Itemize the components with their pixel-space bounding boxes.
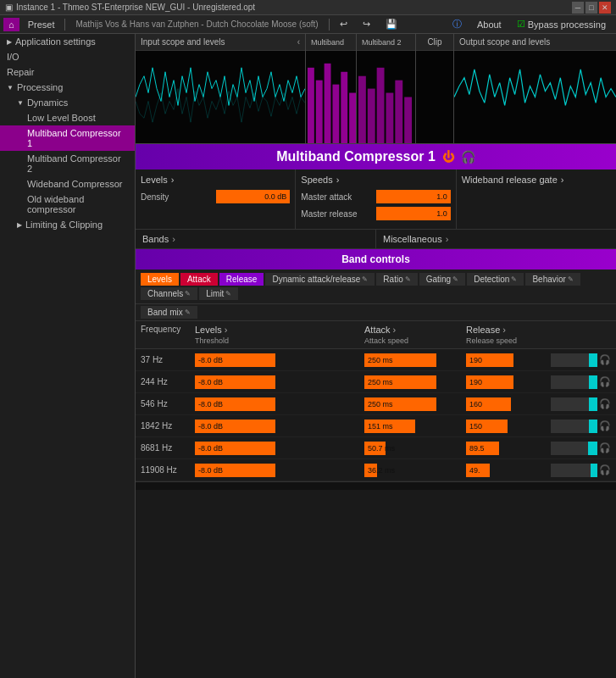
app-icon: ▣ — [5, 3, 13, 12]
release-button[interactable]: Release — [219, 273, 264, 286]
attack-bar[interactable]: 36.2 ms — [364, 464, 377, 477]
right-dark-bar — [551, 353, 597, 367]
close-button[interactable]: ✕ — [599, 2, 611, 14]
sidebar-item-io[interactable]: I/O — [0, 49, 135, 64]
edit-icon-ratio: ✎ — [405, 275, 411, 283]
speeds-arrow[interactable]: › — [336, 175, 340, 185]
edit-icon-bandmix: ✎ — [185, 308, 191, 316]
speeds-panel: Speeds › Master attack 1.0 Master releas… — [296, 170, 456, 229]
cyan-fill — [589, 353, 597, 367]
release-bar[interactable]: 160 — [466, 397, 511, 411]
headphone-icon[interactable]: 🎧 — [599, 420, 611, 431]
threshold-bar[interactable]: -8.0 dB — [195, 375, 275, 389]
master-release-bar[interactable]: 1.0 — [376, 207, 450, 220]
table-row[interactable]: 11908 Hz -8.0 dB 36.2 ms 49. 🎧 — [136, 459, 616, 481]
content-area: Input scope and levels ‹ Multiband — [136, 34, 616, 678]
sidebar-item-limiting[interactable]: ▶ Limiting & Clipping — [0, 217, 135, 232]
attack-button[interactable]: Attack — [180, 273, 218, 286]
misc-panel[interactable]: Miscellaneous › — [376, 230, 616, 248]
sidebar-item-wideband-comp[interactable]: Wideband Compressor — [0, 176, 135, 192]
bypass-button[interactable]: ☑ Bypass processing — [510, 17, 613, 31]
right-bars: 🎧 — [551, 353, 611, 367]
release-bar[interactable]: 150 — [466, 420, 508, 433]
headphones-icon[interactable]: 🎧 — [461, 150, 475, 164]
save-button[interactable]: 💾 — [379, 17, 404, 31]
undo-button[interactable]: ↩ — [333, 17, 354, 31]
attack-bar[interactable]: 250 ms — [364, 375, 436, 389]
headphone-icon[interactable]: 🎧 — [599, 354, 611, 365]
threshold-bar[interactable]: -8.0 dB — [195, 420, 275, 433]
save-icon: 💾 — [386, 19, 397, 30]
home-icon: ⌂ — [8, 19, 14, 30]
dynamic-button[interactable]: Dynamic attack/release ✎ — [265, 273, 375, 286]
density-bar[interactable]: 0.0 dB — [216, 190, 290, 203]
levels-button[interactable]: Levels — [141, 273, 179, 286]
home-button[interactable]: ⌂ — [3, 18, 19, 31]
sidebar-item-low-level-boost[interactable]: Low Level Boost — [0, 110, 135, 125]
scrollbar[interactable] — [136, 481, 616, 490]
headphone-icon[interactable]: 🎧 — [599, 398, 611, 409]
attack-col-subheader: Attack speed — [364, 336, 463, 345]
limit-button[interactable]: Limit ✎ — [199, 287, 238, 300]
multiband-scope: Multiband — [305, 34, 356, 143]
release-bar[interactable]: 190 — [466, 375, 513, 389]
plugin-header: Multiband Compressor 1 ⏻ 🎧 — [136, 144, 616, 170]
release-bar[interactable]: 190 — [466, 353, 513, 367]
band-mix-button[interactable]: Band mix ✎ — [141, 306, 197, 319]
sidebar-item-repair[interactable]: Repair — [0, 64, 135, 80]
release-bar[interactable]: 49. — [466, 464, 490, 477]
bypass-checkbox-icon: ☑ — [517, 19, 525, 30]
wideband-arrow[interactable]: › — [561, 175, 564, 185]
channels-button[interactable]: Channels ✎ — [141, 287, 197, 300]
detection-button[interactable]: Detection ✎ — [467, 273, 524, 286]
attack-bar[interactable]: 250 ms — [364, 397, 436, 411]
edit-icon-limit: ✎ — [225, 290, 231, 297]
minimize-button[interactable]: ─ — [572, 2, 584, 14]
table-row[interactable]: 244 Hz -8.0 dB 250 ms 190 🎧 — [136, 371, 616, 393]
triangle-icon-limiting: ▶ — [17, 221, 22, 229]
sidebar-item-multiband-comp-1[interactable]: Multiband Compressor 1 — [0, 125, 135, 151]
threshold-bar[interactable]: -8.0 dB — [195, 397, 275, 411]
maximize-button[interactable]: □ — [585, 2, 597, 14]
input-scope-arrow[interactable]: ‹ — [297, 37, 300, 47]
table-header: Frequency Levels › Threshold Attack › At… — [136, 321, 616, 349]
sidebar-item-dynamics[interactable]: ▼ Dynamics — [0, 95, 135, 110]
cyan-fill — [589, 397, 597, 411]
threshold-bar[interactable]: -8.0 dB — [195, 353, 275, 367]
wideband-panel: Wideband release gate › — [457, 170, 616, 229]
table-row[interactable]: 1842 Hz -8.0 dB 151 ms 150 🎧 — [136, 415, 616, 437]
gating-button[interactable]: Gating ✎ — [419, 273, 465, 286]
edit-icon-dynamic: ✎ — [362, 275, 368, 283]
attack-bar[interactable]: 250 ms — [364, 353, 436, 367]
table-row[interactable]: 8681 Hz -8.0 dB 50.7 ms 89.5 🎧 — [136, 437, 616, 459]
triangle-icon-processing: ▼ — [7, 84, 14, 92]
attack-bar[interactable]: 151 ms — [364, 420, 415, 433]
sidebar-item-app-settings[interactable]: ▶ Application settings — [0, 34, 135, 49]
levels-arrow[interactable]: › — [171, 175, 175, 185]
bands-panel[interactable]: Bands › — [136, 230, 376, 248]
threshold-bar[interactable]: -8.0 dB — [195, 464, 275, 477]
power-icon[interactable]: ⏻ — [442, 150, 454, 164]
behavior-button[interactable]: Behavior ✎ — [525, 273, 580, 286]
ratio-button[interactable]: Ratio ✎ — [376, 273, 417, 286]
release-value: 190 — [469, 356, 482, 364]
sidebar-item-multiband-comp-2[interactable]: Multiband Compressor 2 — [0, 151, 135, 176]
table-row[interactable]: 546 Hz -8.0 dB 250 ms 160 🎧 — [136, 393, 616, 415]
headphone-icon[interactable]: 🎧 — [599, 376, 611, 387]
freq-col-header: Frequency — [141, 325, 191, 345]
release-bar[interactable]: 89.5 — [466, 442, 499, 455]
sidebar-item-old-wideband[interactable]: Old wideband compressor — [0, 192, 135, 217]
release-cell: 49. — [463, 464, 547, 477]
redo-button[interactable]: ↪ — [356, 17, 377, 31]
headphone-icon[interactable]: 🎧 — [599, 442, 611, 453]
release-value: 49. — [469, 466, 480, 475]
sidebar-item-processing[interactable]: ▼ Processing — [0, 80, 135, 95]
table-row[interactable]: 37 Hz -8.0 dB 250 ms 190 🎧 — [136, 349, 616, 371]
attack-bar[interactable]: 50.7 ms — [364, 442, 386, 455]
headphone-icon[interactable]: 🎧 — [599, 464, 611, 475]
master-attack-bar[interactable]: 1.0 — [376, 190, 450, 203]
preset-menu[interactable]: Preset — [21, 18, 62, 31]
attack-cell: 151 ms — [361, 420, 463, 433]
about-menu[interactable]: About — [470, 18, 508, 31]
threshold-bar[interactable]: -8.0 dB — [195, 442, 275, 455]
